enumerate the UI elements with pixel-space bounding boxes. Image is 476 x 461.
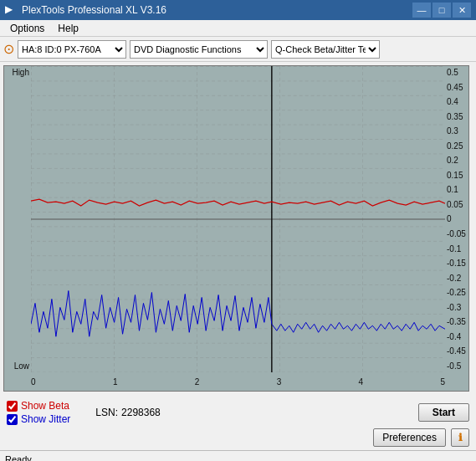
checkbox-group: Show Beta Show Jitter (7, 400, 70, 425)
title-bar: ▶ PlexTools Professional XL V3.16 — □ ✕ (0, 0, 476, 20)
menu-options[interactable]: Options (3, 21, 51, 36)
function-select[interactable]: DVD Diagnostic Functions (130, 40, 268, 59)
lsn-label: LSN: (95, 407, 118, 418)
toolbar: ⊙ HA:8 ID:0 PX-760A DVD Diagnostic Funct… (0, 37, 476, 62)
title-text: PlexTools Professional XL V3.16 (22, 4, 412, 16)
chart-svg (31, 66, 445, 372)
chart-container: High Low 0.5 0.45 0.4 0.35 0.3 0.25 0.2 … (3, 65, 469, 392)
maximize-button[interactable]: □ (432, 3, 451, 18)
info-button[interactable]: ℹ (451, 428, 469, 447)
prefs-row: Preferences ℹ (0, 427, 476, 450)
test-select[interactable]: Q-Check Beta/Jitter Test (271, 40, 380, 59)
close-button[interactable]: ✕ (453, 3, 471, 18)
lsn-value: 2298368 (121, 407, 161, 418)
show-jitter-row: Show Jitter (7, 413, 70, 425)
menu-bar: Options Help (0, 20, 476, 37)
show-beta-checkbox[interactable] (7, 401, 18, 412)
chart-plot (31, 66, 445, 372)
x-axis: 0 1 2 3 4 5 (31, 372, 445, 391)
y-left-low: Low (14, 361, 29, 371)
show-jitter-checkbox[interactable] (7, 414, 18, 425)
y-axis-right: 0.5 0.45 0.4 0.35 0.3 0.25 0.2 0.15 0.1 … (445, 66, 468, 372)
lsn-area: LSN: 2298368 (95, 407, 160, 418)
show-jitter-label: Show Jitter (21, 413, 70, 425)
controls-area: Show Beta Show Jitter LSN: 2298368 Start (0, 395, 476, 427)
drive-icon: ⊙ (3, 41, 14, 57)
drive-select[interactable]: HA:8 ID:0 PX-760A (18, 40, 126, 59)
app-icon: ▶ (5, 3, 18, 17)
show-beta-row: Show Beta (7, 400, 70, 412)
show-beta-label: Show Beta (21, 400, 69, 412)
window-controls: — □ ✕ (412, 3, 471, 18)
info-icon: ℹ (458, 432, 463, 443)
status-bar: Ready (0, 450, 476, 461)
start-button[interactable]: Start (418, 403, 469, 422)
minimize-button[interactable]: — (412, 3, 431, 18)
y-left-high: High (12, 68, 29, 77)
status-text: Ready (5, 454, 32, 462)
y-axis-left: High Low (4, 66, 31, 372)
main-area: High Low 0.5 0.45 0.4 0.35 0.3 0.25 0.2 … (0, 62, 476, 395)
preferences-button[interactable]: Preferences (373, 428, 446, 447)
menu-help[interactable]: Help (51, 21, 85, 36)
